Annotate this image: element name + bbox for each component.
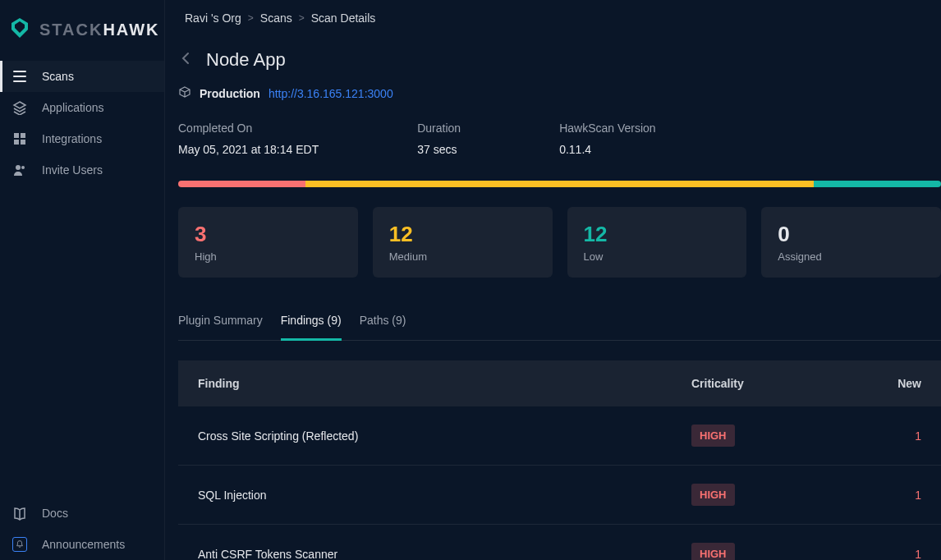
- count-label: High: [195, 250, 342, 263]
- environment-url[interactable]: http://3.16.165.121:3000: [269, 87, 393, 100]
- sidebar-item-label: Docs: [42, 507, 68, 520]
- criticality-badge: HIGH: [691, 543, 735, 560]
- logo-text: STACKHAWK: [39, 21, 160, 39]
- count-card-assigned[interactable]: 0 Assigned: [761, 207, 941, 278]
- sidebar: STACKHAWK Scans Applications Integration…: [0, 0, 164, 560]
- table-row[interactable]: Cross Site Scripting (Reflected) HIGH 1: [178, 406, 941, 466]
- logo-stack: STACK: [39, 21, 103, 39]
- tab-findings[interactable]: Findings (9): [281, 307, 342, 341]
- chevron-right-icon: >: [299, 12, 305, 24]
- breadcrumb: Ravi 's Org > Scans > Scan Details: [165, 0, 941, 36]
- meta-version: HawkScan Version 0.11.4: [559, 122, 656, 156]
- sidebar-item-integrations[interactable]: Integrations: [0, 123, 164, 154]
- count-label: Medium: [389, 250, 536, 263]
- content: Node App Production http://3.16.165.121:…: [165, 36, 941, 560]
- stackhawk-logo-icon: [7, 15, 33, 44]
- col-header-criticality[interactable]: Criticality: [691, 377, 856, 390]
- breadcrumb-scans[interactable]: Scans: [260, 11, 292, 25]
- sidebar-item-label: Applications: [42, 101, 104, 114]
- tab-plugin-summary[interactable]: Plugin Summary: [178, 307, 263, 341]
- layers-icon: [12, 100, 27, 115]
- count-num: 12: [584, 222, 731, 247]
- sidebar-item-applications[interactable]: Applications: [0, 92, 164, 123]
- breadcrumb-org[interactable]: Ravi 's Org: [185, 11, 241, 25]
- count-num: 12: [389, 222, 536, 247]
- meta-value: 37 secs: [417, 143, 461, 156]
- bottom-nav: Docs Announcements: [0, 498, 164, 560]
- findings-table: Finding Criticality New Cross Site Scrip…: [178, 360, 941, 560]
- count-card-medium[interactable]: 12 Medium: [373, 207, 553, 278]
- svg-rect-2: [14, 140, 19, 145]
- main-content: Ravi 's Org > Scans > Scan Details Node …: [164, 0, 941, 560]
- logo[interactable]: STACKHAWK: [0, 8, 164, 61]
- chevron-right-icon: >: [248, 12, 254, 24]
- count-card-low[interactable]: 12 Low: [567, 207, 747, 278]
- sidebar-item-invite-users[interactable]: Invite Users: [0, 154, 164, 186]
- bell-icon: [12, 537, 27, 552]
- cell-criticality: HIGH: [691, 543, 856, 560]
- severity-segment-low: [814, 181, 941, 187]
- title-row: Node App: [178, 49, 941, 85]
- count-cards: 3 High 12 Medium 12 Low 0 Assigned: [178, 207, 941, 278]
- svg-point-5: [21, 166, 25, 169]
- table-row[interactable]: SQL Injection HIGH 1: [178, 466, 941, 525]
- back-arrow-icon[interactable]: [178, 50, 195, 70]
- meta-duration: Duration 37 secs: [417, 122, 461, 156]
- users-icon: [12, 163, 27, 177]
- sidebar-item-label: Integrations: [42, 132, 102, 145]
- meta-label: Completed On: [178, 122, 319, 135]
- count-card-high[interactable]: 3 High: [178, 207, 358, 278]
- tab-paths[interactable]: Paths (9): [360, 307, 406, 341]
- page-title: Node App: [206, 49, 286, 71]
- grid-icon: [12, 131, 27, 146]
- meta-label: HawkScan Version: [559, 122, 656, 135]
- meta-completed: Completed On May 05, 2021 at 18:14 EDT: [178, 122, 319, 156]
- meta-value: May 05, 2021 at 18:14 EDT: [178, 143, 319, 156]
- sidebar-item-label: Announcements: [42, 538, 125, 551]
- col-header-new[interactable]: New: [856, 377, 921, 390]
- cell-finding: Cross Site Scripting (Reflected): [198, 429, 691, 443]
- cell-new: 1: [856, 489, 921, 502]
- package-icon: [178, 85, 191, 102]
- cell-new: 1: [856, 548, 921, 561]
- breadcrumb-current: Scan Details: [311, 11, 376, 25]
- cell-criticality: HIGH: [691, 484, 856, 506]
- count-label: Low: [584, 250, 731, 263]
- table-header: Finding Criticality New: [178, 360, 941, 406]
- severity-bar: [178, 181, 941, 187]
- environment-row: Production http://3.16.165.121:3000: [178, 85, 941, 122]
- sidebar-item-scans[interactable]: Scans: [0, 61, 164, 92]
- meta-row: Completed On May 05, 2021 at 18:14 EDT D…: [178, 122, 941, 181]
- sidebar-item-label: Scans: [42, 70, 74, 83]
- col-header-finding[interactable]: Finding: [198, 377, 691, 390]
- meta-label: Duration: [417, 122, 461, 135]
- meta-value: 0.11.4: [559, 143, 656, 156]
- criticality-badge: HIGH: [691, 484, 735, 506]
- cell-criticality: HIGH: [691, 425, 856, 447]
- sidebar-item-docs[interactable]: Docs: [0, 498, 164, 529]
- environment-label: Production: [200, 87, 260, 100]
- menu-icon: [12, 69, 27, 84]
- count-num: 0: [778, 222, 925, 247]
- severity-segment-medium: [305, 181, 814, 187]
- severity-segment-high: [178, 181, 305, 187]
- cell-finding: Anti CSRF Tokens Scanner: [198, 548, 691, 561]
- svg-rect-0: [14, 133, 19, 138]
- nav-items: Scans Applications Integrations Invite U…: [0, 61, 164, 498]
- tabs: Plugin Summary Findings (9) Paths (9): [178, 307, 941, 341]
- count-label: Assigned: [778, 250, 925, 263]
- logo-hawk: HAWK: [103, 21, 159, 39]
- cell-finding: SQL Injection: [198, 489, 691, 502]
- svg-point-4: [16, 165, 21, 170]
- svg-rect-3: [21, 140, 25, 145]
- sidebar-item-label: Invite Users: [42, 163, 103, 177]
- book-icon: [12, 506, 27, 521]
- sidebar-item-announcements[interactable]: Announcements: [0, 529, 164, 560]
- svg-rect-1: [21, 133, 25, 138]
- criticality-badge: HIGH: [691, 425, 735, 447]
- cell-new: 1: [856, 429, 921, 443]
- table-row[interactable]: Anti CSRF Tokens Scanner HIGH 1: [178, 525, 941, 560]
- count-num: 3: [195, 222, 342, 247]
